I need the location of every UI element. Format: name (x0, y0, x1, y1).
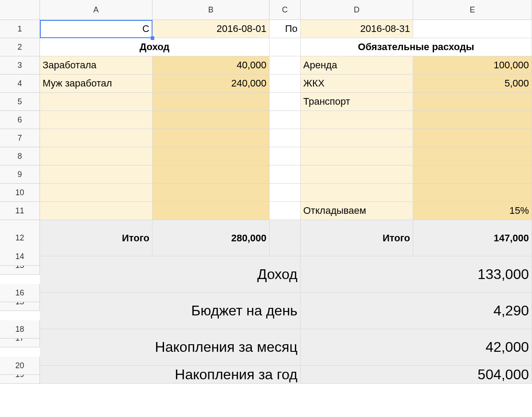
cell-A9[interactable] (40, 165, 153, 184)
income-header[interactable]: Доход (40, 38, 270, 56)
row-header-5[interactable]: 5 (0, 93, 40, 111)
cell-D1[interactable]: 2016-08-31 (301, 20, 413, 38)
cell-C7[interactable] (270, 129, 301, 147)
fill-handle[interactable] (151, 36, 154, 40)
cell-C4[interactable] (270, 75, 301, 93)
cell-E8[interactable] (413, 147, 532, 165)
cell-B4[interactable]: 240,000 (153, 75, 270, 93)
cell-B3[interactable]: 40,000 (153, 56, 270, 75)
cell-C12[interactable] (270, 220, 301, 256)
row-header-1[interactable]: 1 (0, 20, 40, 38)
col-header-C[interactable]: C (270, 0, 301, 20)
summary-label-0[interactable]: Доход (40, 256, 301, 293)
row-header-11[interactable]: 11 (0, 202, 40, 220)
cell-D4[interactable]: ЖКХ (301, 75, 413, 93)
cell-A8[interactable] (40, 147, 153, 165)
row-header-10[interactable]: 10 (0, 184, 40, 202)
row-header-9[interactable]: 9 (0, 165, 40, 184)
row-header-3[interactable]: 3 (0, 56, 40, 75)
cell-A7[interactable] (40, 129, 153, 147)
cell-D5[interactable]: Транспорт (301, 93, 413, 111)
cell-B10[interactable] (153, 184, 270, 202)
cell-C3[interactable] (270, 56, 301, 75)
cell-C8[interactable] (270, 147, 301, 165)
row-header-15[interactable]: 15 (0, 293, 40, 311)
row-header-19[interactable]: 19 (0, 366, 40, 384)
row-header-8[interactable]: 8 (0, 147, 40, 165)
cell-E3[interactable]: 100,000 (413, 56, 532, 75)
col-header-A[interactable]: A (40, 0, 153, 20)
summary-value-1[interactable]: 4,290 (301, 293, 532, 329)
cell-B11[interactable] (153, 202, 270, 220)
cell-A10[interactable] (40, 184, 153, 202)
expenses-header[interactable]: Обязательные расходы (301, 38, 532, 56)
row-header-7[interactable]: 7 (0, 129, 40, 147)
col-header-D[interactable]: D (301, 0, 413, 20)
row-header-2[interactable]: 2 (0, 38, 40, 56)
cell-D8[interactable] (301, 147, 413, 165)
cell-D9[interactable] (301, 165, 413, 184)
cell-C6[interactable] (270, 111, 301, 129)
summary-label-2[interactable]: Накопления за месяц (40, 329, 301, 366)
cell-A12[interactable]: Итого (40, 220, 153, 256)
summary-value-2[interactable]: 42,000 (301, 329, 532, 366)
cell-D6[interactable] (301, 111, 413, 129)
cell-E4[interactable]: 5,000 (413, 75, 532, 93)
cell-C10[interactable] (270, 184, 301, 202)
cell-A3[interactable]: Заработала (40, 56, 153, 75)
col-header-E[interactable]: E (413, 0, 532, 20)
cell-D3[interactable]: Аренда (301, 56, 413, 75)
cell-D11[interactable]: Откладываем (301, 202, 413, 220)
col-header-B[interactable]: B (153, 0, 270, 20)
cell-E1[interactable] (413, 20, 532, 38)
cell-E12[interactable]: 147,000 (413, 220, 532, 256)
cell-E6[interactable] (413, 111, 532, 129)
cell-C11[interactable] (270, 202, 301, 220)
cell-A1[interactable]: С (40, 20, 153, 38)
cell-B9[interactable] (153, 165, 270, 184)
cell-C2[interactable] (270, 38, 301, 56)
summary-label-3[interactable]: Накопления за год (40, 366, 301, 384)
spreadsheet[interactable]: A B C D E 1 С 2016-08-01 По 2016-08-31 2… (0, 0, 532, 384)
cell-A6[interactable] (40, 111, 153, 129)
cell-C9[interactable] (270, 165, 301, 184)
cell-D10[interactable] (301, 184, 413, 202)
summary-label-1[interactable]: Бюджет на день (40, 293, 301, 329)
row-header-6[interactable]: 6 (0, 111, 40, 129)
cell-A11[interactable] (40, 202, 153, 220)
row-header-4[interactable]: 4 (0, 75, 40, 93)
row-header-13[interactable]: 13 (0, 256, 40, 275)
cell-E9[interactable] (413, 165, 532, 184)
summary-value-0[interactable]: 133,000 (301, 256, 532, 293)
cell-B8[interactable] (153, 147, 270, 165)
cell-C5[interactable] (270, 93, 301, 111)
cell-B5[interactable] (153, 93, 270, 111)
cell-A5[interactable] (40, 93, 153, 111)
cell-B6[interactable] (153, 111, 270, 129)
cell-B1[interactable]: 2016-08-01 (153, 20, 270, 38)
cell-E7[interactable] (413, 129, 532, 147)
cell-A4[interactable]: Муж заработал (40, 75, 153, 93)
row-header-12[interactable]: 12 (0, 220, 40, 256)
row-header-17[interactable]: 17 (0, 329, 40, 347)
select-all-corner[interactable] (0, 0, 40, 20)
cell-D12[interactable]: Итого (301, 220, 413, 256)
cell-B12[interactable]: 280,000 (153, 220, 270, 256)
cell-E10[interactable] (413, 184, 532, 202)
cell-E5[interactable] (413, 93, 532, 111)
cell-E11[interactable]: 15% (413, 202, 532, 220)
cell-C1[interactable]: По (270, 20, 301, 38)
summary-value-3[interactable]: 504,000 (301, 366, 532, 384)
cell-D7[interactable] (301, 129, 413, 147)
cell-B7[interactable] (153, 129, 270, 147)
